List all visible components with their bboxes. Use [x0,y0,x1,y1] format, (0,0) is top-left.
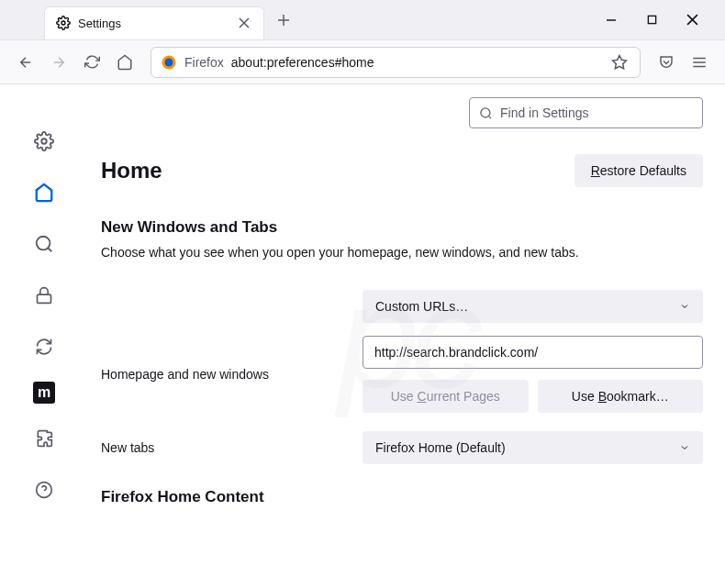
url-prefix: Firefox [184,55,224,70]
sidebar-home-icon[interactable] [28,176,61,209]
search-input[interactable]: Find in Settings [469,97,703,128]
sidebar-privacy-icon[interactable] [28,279,61,312]
forward-button[interactable] [44,48,73,77]
newtabs-select[interactable]: Firefox Home (Default) [362,431,703,464]
close-icon[interactable] [236,15,252,31]
close-window-button[interactable] [677,6,707,35]
firefox-icon [161,54,177,71]
browser-tab[interactable]: Settings [44,6,264,39]
url-bar[interactable]: Firefox about:preferences#home [151,47,641,78]
home-button[interactable] [110,48,139,77]
chevron-down-icon [679,301,690,312]
use-current-pages-button[interactable]: Use Current Pages [362,380,529,413]
maximize-button[interactable] [637,6,666,35]
svg-marker-4 [613,55,627,68]
sidebar-search-icon[interactable] [28,227,61,261]
sidebar-extensions-icon[interactable] [28,422,61,455]
back-button[interactable] [11,48,40,77]
page-title: Home [101,158,162,183]
sidebar-more-icon[interactable]: m [33,382,55,404]
minimize-button[interactable] [597,6,626,35]
homepage-label-text: Homepage and new windows [101,367,362,382]
sidebar-help-icon[interactable] [28,473,61,506]
svg-rect-1 [648,16,655,23]
svg-point-5 [41,139,47,144]
new-tab-button[interactable] [270,6,297,34]
homepage-select[interactable]: Custom URLs… [362,290,703,323]
svg-rect-7 [38,294,51,303]
homepage-url-input[interactable] [362,336,703,369]
search-placeholder: Find in Settings [500,105,589,120]
svg-point-9 [481,107,490,116]
newtabs-label: New tabs [101,440,362,455]
search-icon [479,106,493,120]
use-bookmark-button[interactable]: Use Bookmark… [538,380,704,413]
bookmark-star-icon[interactable] [608,51,630,73]
pocket-icon[interactable] [652,48,681,77]
chevron-down-icon [679,442,690,453]
gear-icon [56,16,71,30]
section-title: New Windows and Tabs [101,218,703,237]
svg-point-6 [37,237,50,250]
url-text: about:preferences#home [231,55,601,70]
menu-button[interactable] [685,48,714,77]
sidebar-sync-icon[interactable] [28,330,61,363]
restore-defaults-button[interactable]: Restore Defaults [574,154,703,187]
svg-point-3 [165,58,173,66]
svg-point-0 [61,21,65,25]
reload-button[interactable] [77,48,106,77]
tab-title: Settings [78,17,236,30]
section-description: Choose what you see when you open your h… [101,244,703,262]
section-title-2: Firefox Home Content [101,488,703,506]
sidebar-general-icon[interactable] [28,125,61,158]
